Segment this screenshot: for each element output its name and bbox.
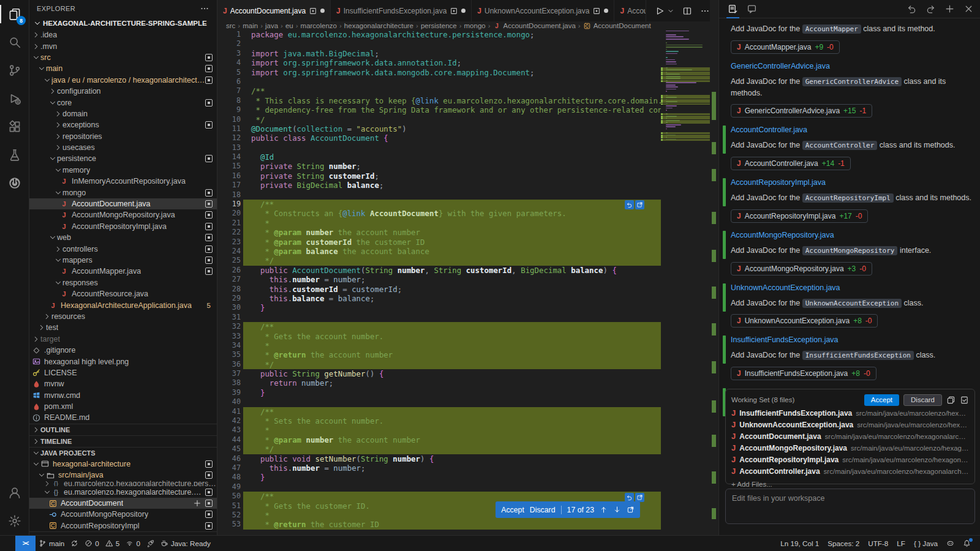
tab-unknownaccountexception-java[interactable]: JUnknownAccountException.java bbox=[472, 0, 614, 21]
explorer-memory[interactable]: memory bbox=[29, 165, 217, 176]
open-changes-icon[interactable] bbox=[627, 506, 635, 514]
accept-change-button[interactable]: Accept bbox=[501, 506, 524, 514]
undo-icon[interactable] bbox=[907, 4, 917, 14]
explorer-main[interactable]: main bbox=[29, 63, 217, 74]
response-file-link[interactable]: AccountRepositoryImpl.java bbox=[731, 178, 971, 187]
status-errors[interactable]: 0 bbox=[81, 536, 102, 551]
explorer--gitignore[interactable]: .gitignore bbox=[29, 345, 217, 356]
working-set-file[interactable]: JUnknownAccountException.javasrc/main/ja… bbox=[731, 419, 969, 430]
activity-explorer[interactable]: 8 bbox=[0, 0, 29, 28]
accept-all-button[interactable]: Accept bbox=[864, 394, 899, 406]
status-sync[interactable] bbox=[67, 536, 81, 551]
more-actions-icon[interactable] bbox=[200, 4, 209, 13]
more-actions-icon[interactable] bbox=[700, 6, 710, 16]
java-project-accountmongorepository[interactable]: AccountMongoRepository bbox=[29, 509, 217, 520]
split-editor-icon[interactable] bbox=[682, 6, 692, 16]
breadcrumb-item[interactable]: src bbox=[226, 22, 235, 29]
explorer-domain[interactable]: domain bbox=[29, 108, 217, 119]
java-project-hexagonal-architecture[interactable]: hexagonal-architecture bbox=[29, 459, 217, 470]
explorer-mvnw[interactable]: mvnw bbox=[29, 378, 217, 389]
previous-change-icon[interactable] bbox=[600, 506, 608, 514]
activity-testing[interactable] bbox=[0, 141, 29, 169]
section-timeline[interactable]: TIMELINE bbox=[29, 435, 217, 447]
working-set-file[interactable]: JAccountDocument.javasrc/main/java/eu/ma… bbox=[731, 430, 969, 442]
breadcrumb-item[interactable]: main bbox=[243, 22, 258, 29]
changed-file-chip[interactable]: JAccountMapper.java+9-0 bbox=[731, 40, 840, 54]
open-block-icon[interactable] bbox=[635, 493, 644, 502]
run-java-icon[interactable] bbox=[655, 6, 665, 16]
breadcrumb-item[interactable]: persistence bbox=[421, 22, 457, 29]
explorer-exceptions[interactable]: exceptions bbox=[29, 119, 217, 130]
explorer-responses[interactable]: responses bbox=[29, 277, 217, 288]
status-eol[interactable]: LF bbox=[892, 539, 910, 547]
explorer-target[interactable]: target bbox=[29, 334, 217, 345]
response-file-link[interactable]: UnknownAccountException.java bbox=[731, 283, 971, 292]
pin-tab-icon[interactable] bbox=[309, 7, 317, 15]
explorer-mappers[interactable]: mappers bbox=[29, 255, 217, 266]
status-indentation[interactable]: Spaces: 2 bbox=[823, 539, 864, 547]
explorer-pom-xml[interactable]: pom.xml bbox=[29, 401, 217, 412]
explorer-persistence[interactable]: persistence bbox=[29, 153, 217, 164]
discard-change-button[interactable]: Discard bbox=[530, 506, 556, 514]
explorer-readme-md[interactable]: README.md bbox=[29, 412, 217, 423]
explorer--mvn[interactable]: .mvn bbox=[29, 40, 217, 51]
explorer-src[interactable]: src bbox=[29, 52, 217, 63]
tab-accountdocument-java[interactable]: JAccountDocument.java bbox=[217, 0, 331, 21]
tab-accountmongore[interactable]: JAccountMongoRe bbox=[614, 0, 646, 21]
save-all-icon[interactable] bbox=[946, 395, 956, 405]
response-file-link[interactable]: AccountMongoRepository.java bbox=[731, 231, 971, 239]
copilot-edits-icon[interactable] bbox=[728, 4, 738, 14]
chat-input-box[interactable]: Edit files in your workspace bbox=[725, 489, 975, 524]
changed-file-chip[interactable]: JGenericControllerAdvice.java+15-1 bbox=[731, 104, 872, 118]
java-project-eu-marcolenzo-hexagonalarchitecture-persi-[interactable]: {}eu.marcolenzo.hexagonalarchitecture.pe… bbox=[29, 486, 217, 497]
activity-settings[interactable] bbox=[0, 507, 29, 535]
minimap[interactable] bbox=[661, 30, 710, 535]
redo-icon[interactable] bbox=[925, 4, 936, 14]
explorer-usecases[interactable]: usecases bbox=[29, 142, 217, 153]
response-file-link[interactable]: AccountController.java bbox=[731, 126, 971, 134]
working-set-file[interactable]: JInsufficientFundsException.javasrc/main… bbox=[731, 407, 969, 419]
response-file-link[interactable]: InsufficientFundsException.java bbox=[731, 335, 971, 344]
close-panel-icon[interactable] bbox=[963, 4, 974, 14]
changed-file-chip[interactable]: JUnknownAccountException.java+8-0 bbox=[731, 314, 878, 328]
activity-search[interactable] bbox=[0, 28, 29, 56]
breadcrumb-item[interactable]: marcolenzo bbox=[301, 22, 337, 29]
explorer-accountrepositoryimpl-java[interactable]: JAccountRepositoryImpl.java bbox=[29, 221, 217, 232]
status-ports[interactable]: 0 bbox=[123, 536, 143, 551]
dirty-indicator[interactable] bbox=[604, 9, 608, 13]
breadcrumb-item[interactable]: mongo bbox=[464, 22, 486, 29]
breadcrumb-file[interactable]: AccountDocument.java bbox=[503, 22, 576, 29]
changed-file-chip[interactable]: JAccountMongoRepository.java+3-0 bbox=[731, 262, 872, 276]
new-session-icon[interactable] bbox=[944, 4, 955, 14]
changed-file-chip[interactable]: JAccountController.java+14-1 bbox=[731, 157, 851, 170]
java-project-accountrepositoryimpl[interactable]: AccountRepositoryImpl bbox=[29, 520, 217, 531]
status-language-mode[interactable]: { } Java bbox=[910, 539, 942, 547]
workspace-root-row[interactable]: HEXAGONAL-ARCHITECTURE-SPRING-SAMPLE bbox=[29, 17, 217, 29]
explorer-accountresource-java[interactable]: JAccountResource.java bbox=[29, 288, 217, 299]
explorer-core[interactable]: core bbox=[29, 97, 217, 108]
overview-ruler[interactable] bbox=[710, 0, 718, 535]
status-spring-launch[interactable] bbox=[143, 536, 157, 551]
activity-run-and-debug[interactable] bbox=[0, 84, 29, 113]
explorer-accountmapper-java[interactable]: JAccountMapper.java bbox=[29, 266, 217, 277]
explorer-mvnw-cmd[interactable]: mvnw.cmd bbox=[29, 390, 217, 401]
explorer-license[interactable]: LICENSE bbox=[29, 367, 217, 378]
explorer-hexagonalarchitectureapplication-java[interactable]: JHexagonalArchitectureApplication.java5 bbox=[29, 299, 217, 310]
explorer-test[interactable]: test bbox=[29, 322, 217, 333]
java-project-eu-marcolenzo-hexagonalarchitecture-persistem-[interactable]: {}eu.marcolenzo.hexagonalarchitecture.pe… bbox=[29, 481, 217, 486]
section-outline[interactable]: OUTLINE bbox=[29, 424, 217, 435]
tab-insufficientfundsexception-java[interactable]: JInsufficientFundsException.java bbox=[331, 0, 472, 21]
dirty-indicator[interactable] bbox=[461, 9, 466, 13]
explorer-mongo[interactable]: mongo bbox=[29, 187, 217, 198]
changed-file-chip[interactable]: JAccountRepositoryImpl.java+17-0 bbox=[731, 209, 868, 223]
breadcrumb-symbol[interactable]: AccountDocument bbox=[594, 22, 651, 29]
breadcrumb-item[interactable]: java bbox=[265, 22, 278, 29]
working-set-file[interactable]: JAccountController.javasrc/main/java/eu/… bbox=[731, 465, 969, 477]
java-project-accountdocument[interactable]: AccountDocument bbox=[29, 498, 217, 509]
explorer-java-eu-marcolenzo-hexagonalarchitecture[interactable]: java / eu / marcolenzo / hexagonalarchit… bbox=[29, 75, 217, 86]
pin-tab-icon[interactable] bbox=[592, 7, 601, 15]
dirty-indicator[interactable] bbox=[320, 9, 325, 13]
code-editor[interactable]: 1package eu.marcolenzo.hexagonalarchitec… bbox=[217, 30, 718, 535]
open-block-icon[interactable] bbox=[635, 200, 644, 209]
explorer-configuration[interactable]: configuration bbox=[29, 86, 217, 97]
